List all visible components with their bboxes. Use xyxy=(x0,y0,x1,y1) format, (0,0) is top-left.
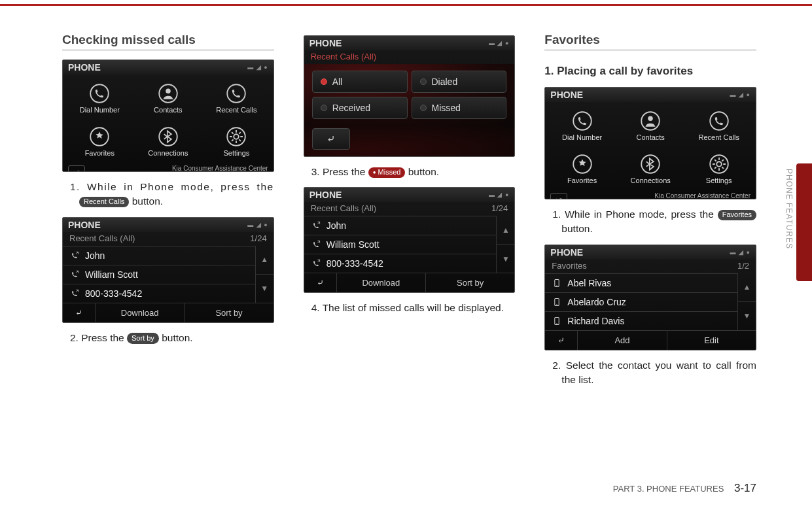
icon-favorites[interactable]: Favorites xyxy=(549,149,615,190)
icon-label: Dial Number xyxy=(80,106,120,114)
scroll-down-button[interactable]: ▼ xyxy=(497,245,514,273)
sub-label: Recent Calls (All) xyxy=(69,233,135,243)
filter-all[interactable]: All xyxy=(312,71,408,93)
sortby-button[interactable]: Sort by xyxy=(426,273,514,292)
screenshot-phone-home-2: PHONE ▬ ◢ ● Dial Number Contacts Recent … xyxy=(544,87,756,199)
list-item[interactable]: John xyxy=(304,216,497,235)
list-main: John William Scott 800-333-4542 xyxy=(63,246,255,303)
add-button[interactable]: Add xyxy=(578,331,667,350)
icon-dial-number[interactable]: Dial Number xyxy=(549,106,615,146)
list-item[interactable]: William Scott xyxy=(63,265,255,284)
shot-title-text: PHONE xyxy=(550,247,583,258)
mobile-icon xyxy=(552,316,562,326)
list-main: John William Scott 800-333-4542 xyxy=(304,216,497,273)
scroll-down-button[interactable]: ▼ xyxy=(256,275,274,303)
icon-connections[interactable]: Connections xyxy=(135,122,202,162)
back-button[interactable]: ⤶ xyxy=(312,128,350,150)
phone-icon-grid: Dial Number Contacts Recent Calls Favori… xyxy=(545,102,756,191)
screenshot-favorites: PHONE ▬ ◢ ● Favorites 1/2 Abel Rivas Abe… xyxy=(544,245,756,350)
filter-missed[interactable]: Missed xyxy=(412,97,507,119)
sortby-button[interactable]: Sort by xyxy=(185,303,273,322)
signal-icons: ▬ ◢ ● xyxy=(489,192,509,198)
list-item[interactable]: William Scott xyxy=(304,235,497,254)
media-button[interactable]: ♪♫ xyxy=(550,193,567,199)
svg-point-11 xyxy=(710,112,728,130)
page-columns: Checking missed calls PHONE ▬ ◢ ● Dial N… xyxy=(62,33,756,488)
outgoing-call-icon xyxy=(69,250,80,261)
filter-dialed[interactable]: Dialed xyxy=(412,71,507,93)
scroll-column: ▲ ▼ xyxy=(255,246,274,303)
back-button[interactable]: ⤶ xyxy=(304,273,337,292)
svg-point-19 xyxy=(557,304,557,305)
signal-icons: ▬ ◢ ● xyxy=(730,249,750,256)
scroll-up-button[interactable]: ▲ xyxy=(497,216,514,245)
signal-icons: ▬ ◢ ● xyxy=(489,40,509,46)
sub-count: 1/2 xyxy=(737,261,749,271)
svg-point-0 xyxy=(91,84,109,103)
step-2-text-a: 2. Press the xyxy=(70,332,127,343)
download-button[interactable]: Download xyxy=(337,273,426,292)
icon-recent-calls[interactable]: Recent Calls xyxy=(203,78,270,119)
side-tab-label: PHONE FEATURES xyxy=(785,169,794,249)
icon-dial-number[interactable]: Dial Number xyxy=(67,78,133,119)
signal-icons: ▬ ◢ ● xyxy=(730,92,750,98)
shot-title-bar: PHONE ▬ ◢ ● xyxy=(304,36,515,50)
list-item[interactable]: Abelardo Cruz xyxy=(545,292,737,311)
gear-icon xyxy=(226,127,246,146)
shot-title-bar: PHONE ▬ ◢ ● xyxy=(545,88,756,102)
back-button[interactable]: ⤶ xyxy=(63,303,96,322)
top-accent-bar xyxy=(0,4,812,6)
filter-label: Missed xyxy=(432,103,461,113)
back-button[interactable]: ⤶ xyxy=(545,331,578,350)
column-1: Checking missed calls PHONE ▬ ◢ ● Dial N… xyxy=(62,33,274,488)
heading-checking-missed: Checking missed calls xyxy=(62,33,274,50)
bluetooth-icon xyxy=(641,154,660,174)
row-text: William Scott xyxy=(327,239,380,250)
icon-label: Contacts xyxy=(154,106,182,114)
list-item[interactable]: 800-333-4542 xyxy=(304,254,497,273)
shot-title-text: PHONE xyxy=(309,190,342,200)
filter-grid: All Dialed Received Missed xyxy=(304,64,515,124)
svg-point-17 xyxy=(557,285,557,286)
icon-connections[interactable]: Connections xyxy=(618,149,684,190)
icon-settings[interactable]: Settings xyxy=(203,122,270,162)
scroll-down-button[interactable]: ▼ xyxy=(738,302,756,330)
step-1: 1. While in Phone mode, press the Recent… xyxy=(62,180,274,209)
sub-count: 1/24 xyxy=(491,203,508,213)
icon-settings[interactable]: Settings xyxy=(686,149,752,190)
phone-handset-icon xyxy=(90,84,109,103)
list-wrap: John William Scott 800-333-4542 ▲ ▼ xyxy=(63,246,274,303)
mobile-icon xyxy=(552,278,562,288)
phone-handset-icon xyxy=(573,111,592,131)
filter-label: Received xyxy=(332,103,370,113)
list-item[interactable]: 800-333-4542 xyxy=(63,284,255,303)
column-2: PHONE ▬ ◢ ● Recent Calls (All) All Diale… xyxy=(304,33,516,488)
icon-favorites[interactable]: Favorites xyxy=(67,122,133,162)
list-item[interactable]: Richard Davis xyxy=(545,311,737,330)
icon-contacts[interactable]: Contacts xyxy=(135,78,202,119)
shot-title-text: PHONE xyxy=(550,90,583,100)
filter-received[interactable]: Received xyxy=(312,97,408,119)
page-footer: PART 3. PHONE FEATURES 3-17 xyxy=(613,482,756,495)
list-item[interactable]: John xyxy=(63,246,255,265)
media-button[interactable]: ♪♫ xyxy=(68,165,85,172)
pill-missed: Missed xyxy=(368,167,406,178)
edit-button[interactable]: Edit xyxy=(667,331,756,350)
outgoing-call-icon xyxy=(69,288,80,299)
pill-favorites: Favorites xyxy=(718,210,756,220)
scroll-up-button[interactable]: ▲ xyxy=(738,273,756,302)
outgoing-call-icon xyxy=(69,269,80,280)
icon-recent-calls[interactable]: Recent Calls xyxy=(686,106,752,146)
list-item[interactable]: Abel Rivas xyxy=(545,273,737,292)
fav-step-1: 1. While in Phone mode, press the Favori… xyxy=(544,207,756,237)
outgoing-call-icon xyxy=(311,220,321,231)
row-text: 800-333-4542 xyxy=(85,288,142,299)
scroll-up-button[interactable]: ▲ xyxy=(256,246,274,275)
phone-icon-grid: Dial Number Contacts Recent Calls Favori… xyxy=(63,75,274,163)
step-4: 4. The list of missed calls will be disp… xyxy=(304,301,516,315)
icon-label: Dial Number xyxy=(562,133,602,141)
row-text: Abel Rivas xyxy=(567,278,611,288)
download-button[interactable]: Download xyxy=(96,303,185,322)
fav-step-2: 2. Select the contact you want to call f… xyxy=(544,358,756,388)
icon-contacts[interactable]: Contacts xyxy=(618,106,684,146)
